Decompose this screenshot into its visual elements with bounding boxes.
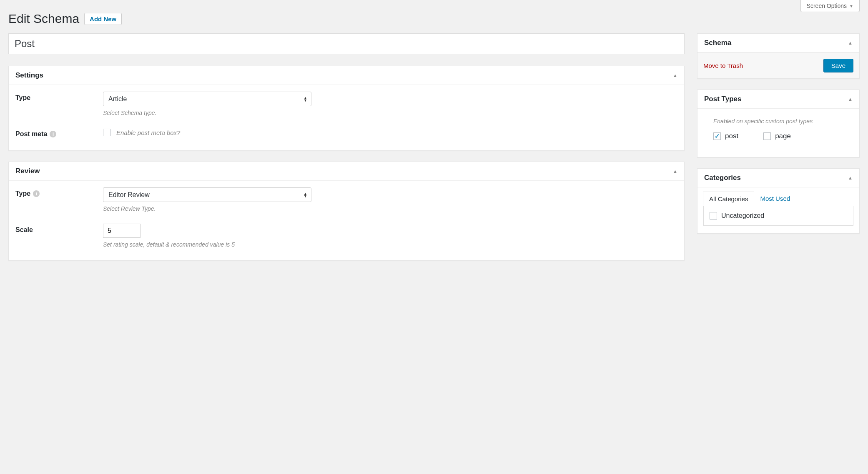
post-meta-checkbox-label: Enable post meta box? xyxy=(116,129,180,136)
review-box-header[interactable]: Review ▲ xyxy=(9,162,684,181)
settings-box: Settings ▲ Type Article ▲▼ xyxy=(8,66,685,151)
post-type-option-post[interactable]: post xyxy=(713,132,738,140)
page-header: Edit Schema Add New xyxy=(8,12,860,26)
categories-panel: Uncategorized xyxy=(703,206,853,226)
categories-box: Categories ▲ All Categories Most Used Un… xyxy=(697,168,860,234)
info-icon: i xyxy=(50,131,56,137)
collapse-up-icon[interactable]: ▲ xyxy=(848,40,853,45)
post-meta-checkbox[interactable] xyxy=(103,129,110,136)
collapse-up-icon[interactable]: ▲ xyxy=(848,97,853,102)
post-type-page-checkbox[interactable] xyxy=(763,132,771,140)
review-type-select[interactable]: Editor Review xyxy=(103,187,311,202)
category-item-label: Uncategorized xyxy=(721,212,764,220)
info-icon: i xyxy=(33,190,40,197)
title-input[interactable] xyxy=(8,33,685,54)
post-types-description: Enabled on specific custom post types xyxy=(713,118,853,125)
review-type-label: Type xyxy=(15,190,30,197)
category-uncategorized-checkbox[interactable] xyxy=(710,212,717,220)
categories-header[interactable]: Categories ▲ xyxy=(697,169,859,187)
screen-options-button[interactable]: Screen Options ▼ xyxy=(800,0,860,12)
post-type-option-page[interactable]: page xyxy=(763,132,791,140)
post-types-header[interactable]: Post Types ▲ xyxy=(697,90,859,109)
review-scale-label: Scale xyxy=(15,224,95,234)
settings-type-help: Select Schema type. xyxy=(103,110,677,116)
settings-heading: Settings xyxy=(15,71,43,80)
schema-publish-heading: Schema xyxy=(704,39,731,47)
review-heading: Review xyxy=(15,167,40,175)
post-types-box: Post Types ▲ Enabled on specific custom … xyxy=(697,90,860,157)
post-type-post-checkbox[interactable] xyxy=(713,132,721,140)
settings-type-label: Type xyxy=(15,92,95,102)
collapse-up-icon[interactable]: ▲ xyxy=(848,175,853,180)
screen-options-wrap: Screen Options ▼ xyxy=(800,0,860,12)
page-title: Edit Schema xyxy=(8,12,79,26)
review-type-help: Select Review Type. xyxy=(103,205,677,212)
tab-all-categories[interactable]: All Categories xyxy=(703,192,754,206)
categories-heading: Categories xyxy=(704,174,741,182)
screen-options-label: Screen Options xyxy=(807,2,847,9)
review-scale-input[interactable] xyxy=(103,224,140,238)
chevron-down-icon: ▼ xyxy=(849,4,853,8)
post-type-page-label: page xyxy=(775,132,791,140)
review-box: Review ▲ Type i Editor Review xyxy=(8,162,685,261)
save-button[interactable]: Save xyxy=(823,59,853,72)
category-item[interactable]: Uncategorized xyxy=(710,212,847,220)
categories-tabs: All Categories Most Used xyxy=(703,192,853,206)
move-to-trash-link[interactable]: Move to Trash xyxy=(703,62,743,69)
settings-box-header[interactable]: Settings ▲ xyxy=(9,66,684,85)
post-types-heading: Post Types xyxy=(704,95,741,103)
review-scale-help: Set rating scale, default & recommended … xyxy=(103,241,677,248)
post-type-post-label: post xyxy=(725,132,738,140)
collapse-up-icon[interactable]: ▲ xyxy=(673,169,677,174)
add-new-button[interactable]: Add New xyxy=(84,13,122,25)
settings-type-select[interactable]: Article xyxy=(103,92,311,106)
schema-publish-header[interactable]: Schema ▲ xyxy=(697,34,859,52)
collapse-up-icon[interactable]: ▲ xyxy=(673,73,677,78)
tab-most-used[interactable]: Most Used xyxy=(754,192,796,206)
schema-publish-box: Schema ▲ Move to Trash Save xyxy=(697,33,860,79)
post-meta-label: Post meta xyxy=(15,130,47,138)
